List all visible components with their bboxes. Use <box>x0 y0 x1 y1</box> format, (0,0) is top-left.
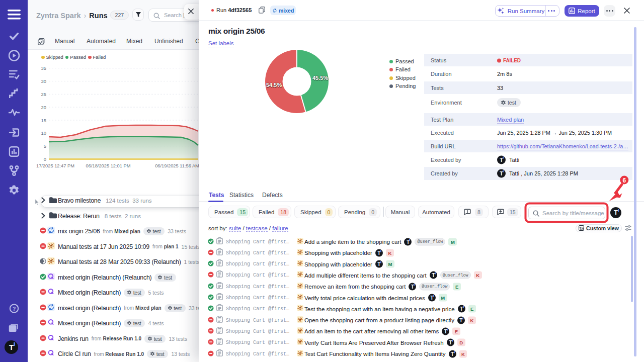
svg-text:6: 6 <box>622 177 626 184</box>
